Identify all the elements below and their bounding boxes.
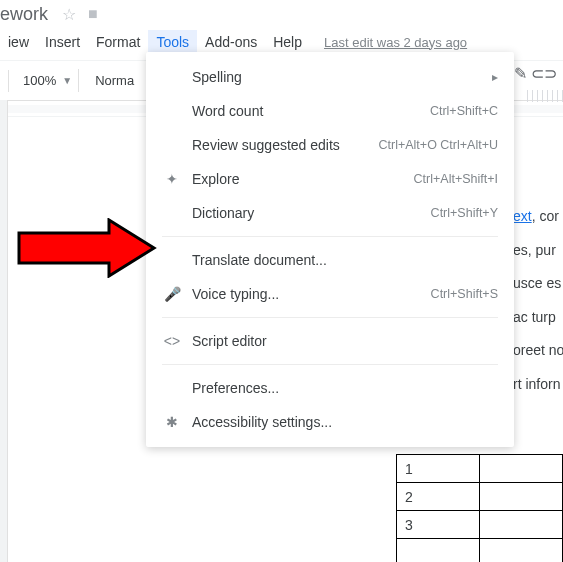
- table-row: 1: [397, 455, 563, 483]
- menu-separator: [162, 236, 498, 237]
- zoom-selector[interactable]: 100% ▼: [17, 69, 79, 92]
- tools-menu-dropdown: Spelling▸Word countCtrl+Shift+CReview su…: [146, 52, 514, 447]
- tools-spelling[interactable]: Spelling▸: [146, 60, 514, 94]
- table-cell[interactable]: [480, 539, 563, 563]
- annotation-arrow-icon: [14, 218, 159, 278]
- body-link[interactable]: ext: [513, 208, 532, 224]
- table-row: 3: [397, 511, 563, 539]
- tools-word-count[interactable]: Word countCtrl+Shift+C: [146, 94, 514, 128]
- tools-script-editor[interactable]: <>Script editor: [146, 324, 514, 358]
- table-cell[interactable]: [397, 539, 480, 563]
- submenu-caret-icon: ▸: [492, 70, 498, 84]
- explore-icon: ✦: [162, 171, 182, 187]
- menu-help[interactable]: Help: [265, 30, 310, 54]
- menu-item-label: Preferences...: [192, 380, 498, 396]
- menu-item-shortcut: Ctrl+Alt+O Ctrl+Alt+U: [379, 138, 498, 152]
- tools-voice-typing[interactable]: 🎤Voice typing...Ctrl+Shift+S: [146, 277, 514, 311]
- menu-item-label: Spelling: [192, 69, 492, 85]
- menu-item-shortcut: Ctrl+Shift+Y: [431, 206, 498, 220]
- table-row: 2: [397, 483, 563, 511]
- title-bar: ework ☆ ■: [0, 0, 563, 24]
- menu-item-label: Script editor: [192, 333, 498, 349]
- menu-bar-items: iewInsertFormatToolsAdd-onsHelp: [0, 30, 310, 54]
- tools-explore[interactable]: ✦ExploreCtrl+Alt+Shift+I: [146, 162, 514, 196]
- menu-insert[interactable]: Insert: [37, 30, 88, 54]
- paint-format-icon[interactable]: ✎: [514, 64, 527, 83]
- star-icon[interactable]: ☆: [62, 5, 76, 24]
- table-row: [397, 539, 563, 563]
- doc-title[interactable]: ework: [0, 4, 48, 25]
- table-cell[interactable]: [480, 511, 563, 539]
- tools-translate-document[interactable]: Translate document...: [146, 243, 514, 277]
- menu-item-shortcut: Ctrl+Alt+Shift+I: [414, 172, 498, 186]
- tools-preferences[interactable]: Preferences...: [146, 371, 514, 405]
- menu-item-label: Translate document...: [192, 252, 498, 268]
- menu-item-label: Accessibility settings...: [192, 414, 498, 430]
- menu-tools[interactable]: Tools: [148, 30, 197, 54]
- table-cell[interactable]: 1: [397, 455, 480, 483]
- menu-iew[interactable]: iew: [0, 30, 37, 54]
- zoom-value: 100%: [23, 73, 56, 88]
- table-cell[interactable]: 2: [397, 483, 480, 511]
- page-margin-left: [0, 100, 8, 562]
- divider-icon: [8, 70, 9, 92]
- tools-review-suggested-edits[interactable]: Review suggested editsCtrl+Alt+O Ctrl+Al…: [146, 128, 514, 162]
- tools-dictionary[interactable]: DictionaryCtrl+Shift+Y: [146, 196, 514, 230]
- menu-add-ons[interactable]: Add-ons: [197, 30, 265, 54]
- menu-item-shortcut: Ctrl+Shift+S: [431, 287, 498, 301]
- menu-item-label: Dictionary: [192, 205, 423, 221]
- style-value: Norma: [95, 73, 134, 88]
- caret-down-icon: ▼: [62, 75, 72, 86]
- script-editor-icon: <>: [162, 333, 182, 349]
- menu-format[interactable]: Format: [88, 30, 148, 54]
- table-cell[interactable]: [480, 455, 563, 483]
- table-cell[interactable]: 3: [397, 511, 480, 539]
- last-edit-link[interactable]: Last edit was 2 days ago: [324, 35, 467, 50]
- paragraph-style-selector[interactable]: Norma: [87, 69, 142, 92]
- table-cell[interactable]: [480, 483, 563, 511]
- document-table: 123: [396, 454, 563, 562]
- document-body-snippet: ext, cor es, pur usce es ac turp oreet n…: [513, 200, 563, 402]
- voice-typing-icon: 🎤: [162, 286, 182, 302]
- menu-item-label: Word count: [192, 103, 422, 119]
- menu-separator: [162, 364, 498, 365]
- menu-separator: [162, 317, 498, 318]
- tools-accessibility-settings[interactable]: ✱Accessibility settings...: [146, 405, 514, 439]
- insert-link-icon[interactable]: ⊂⊃: [531, 64, 557, 83]
- accessibility-settings-icon: ✱: [162, 414, 182, 430]
- menu-item-label: Review suggested edits: [192, 137, 371, 153]
- folder-icon[interactable]: ■: [88, 5, 98, 23]
- menu-item-label: Explore: [192, 171, 406, 187]
- menu-item-label: Voice typing...: [192, 286, 423, 302]
- ruler-ticks: [527, 90, 563, 102]
- menu-item-shortcut: Ctrl+Shift+C: [430, 104, 498, 118]
